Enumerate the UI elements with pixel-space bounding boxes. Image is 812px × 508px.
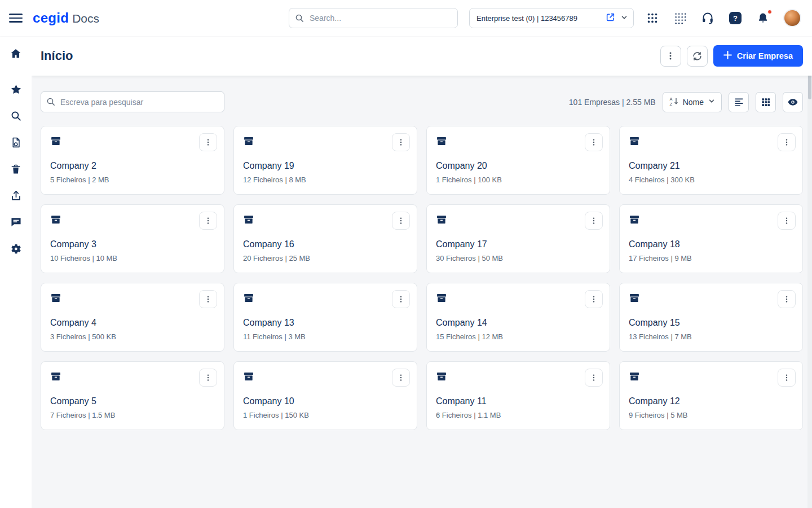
archive-box-icon	[629, 296, 640, 305]
company-name: Company 11	[436, 396, 601, 406]
card-menu-button[interactable]	[585, 133, 603, 151]
card-menu-button[interactable]	[778, 133, 796, 151]
company-card[interactable]: Company 3 10 Ficheiros | 10 MB	[41, 204, 224, 273]
card-menu-button[interactable]	[392, 369, 410, 387]
archive-box-icon	[50, 296, 61, 305]
notifications-bell-icon[interactable]	[755, 10, 771, 26]
tenant-label: Enterprise test (0) | 123456789	[476, 14, 600, 23]
chat-icon	[10, 216, 22, 230]
card-menu-button[interactable]	[778, 290, 796, 308]
company-card[interactable]: Company 12 9 Ficheiros | 5 MB	[619, 361, 803, 430]
card-menu-button[interactable]	[392, 212, 410, 230]
global-search-input[interactable]	[289, 8, 458, 28]
company-card[interactable]: Company 2 5 Ficheiros | 2 MB	[41, 126, 224, 195]
sidebar-item-settings[interactable]	[5, 238, 27, 261]
svg-text:A: A	[669, 97, 672, 102]
card-menu-button[interactable]	[392, 290, 410, 308]
company-file-meta: 11 Ficheiros | 3 MB	[243, 332, 408, 341]
company-card[interactable]: Company 20 1 Ficheiros | 100 KB	[426, 126, 610, 195]
apps-grid-icon[interactable]	[645, 10, 660, 26]
app-logo[interactable]: cegid Docs	[33, 10, 99, 26]
archive-box-icon	[243, 139, 254, 148]
archive-box-icon	[243, 296, 254, 305]
sidebar-item-messages[interactable]	[5, 212, 27, 234]
help-icon[interactable]: ?	[727, 10, 743, 26]
company-name: Company 17	[436, 239, 601, 249]
company-card[interactable]: Company 11 6 Ficheiros | 1.1 MB	[426, 361, 610, 430]
chevron-down-icon	[621, 13, 628, 23]
menu-icon[interactable]	[9, 11, 23, 25]
company-card[interactable]: Company 4 3 Ficheiros | 500 KB	[41, 283, 224, 352]
archive-box-icon	[436, 139, 447, 148]
sidebar-item-home[interactable]	[5, 43, 27, 65]
create-company-button[interactable]: Criar Empresa	[713, 45, 803, 67]
plus-icon	[723, 51, 732, 61]
search-icon	[10, 110, 22, 124]
company-card[interactable]: Company 13 11 Ficheiros | 3 MB	[233, 283, 417, 352]
company-name: Company 19	[243, 161, 408, 171]
company-card[interactable]: Company 14 15 Ficheiros | 12 MB	[426, 283, 610, 352]
chevron-down-icon	[708, 98, 715, 106]
company-file-meta: 13 Ficheiros | 7 MB	[629, 332, 793, 341]
card-menu-button[interactable]	[199, 212, 217, 230]
search-icon	[46, 97, 55, 108]
dot-grid-icon[interactable]	[672, 10, 688, 26]
company-file-meta: 10 Ficheiros | 10 MB	[50, 254, 215, 262]
sidebar-item-search[interactable]	[5, 106, 27, 128]
card-menu-button[interactable]	[585, 212, 603, 230]
list-toolbar: 101 Empresas | 2.55 MB AZ Nome	[41, 91, 803, 112]
archive-box-icon	[243, 374, 254, 384]
card-menu-button[interactable]	[585, 369, 603, 387]
list-view-button[interactable]	[729, 92, 749, 112]
preview-eye-button[interactable]	[783, 92, 803, 112]
archive-box-icon	[243, 217, 254, 227]
company-card[interactable]: Company 5 7 Ficheiros | 1.5 MB	[41, 361, 224, 430]
trash-icon	[10, 164, 21, 177]
support-headset-icon[interactable]	[700, 10, 716, 26]
gear-icon	[10, 243, 22, 257]
card-menu-button[interactable]	[585, 290, 603, 308]
company-card[interactable]: Company 10 1 Ficheiros | 150 KB	[233, 361, 417, 430]
tenant-selector[interactable]: Enterprise test (0) | 123456789	[469, 8, 634, 28]
sidebar-item-trash[interactable]	[5, 159, 27, 181]
sort-dropdown[interactable]: AZ Nome	[663, 92, 722, 112]
company-card[interactable]: Company 17 30 Ficheiros | 50 MB	[426, 204, 610, 273]
archive-box-icon	[629, 374, 640, 384]
external-link-icon[interactable]	[606, 12, 615, 24]
company-file-meta: 12 Ficheiros | 8 MB	[243, 176, 408, 184]
brand-name: cegid	[33, 10, 69, 26]
notification-badge	[767, 10, 772, 14]
card-menu-button[interactable]	[199, 290, 217, 308]
sidebar	[0, 36, 32, 508]
grid-view-button[interactable]	[756, 92, 776, 112]
company-card[interactable]: Company 19 12 Ficheiros | 8 MB	[233, 126, 417, 195]
company-name: Company 15	[629, 318, 793, 328]
filter-companies-input[interactable]	[41, 91, 224, 112]
card-menu-button[interactable]	[778, 212, 796, 230]
refresh-button[interactable]	[687, 46, 708, 67]
card-menu-button[interactable]	[778, 369, 796, 387]
company-card[interactable]: Company 21 4 Ficheiros | 300 KB	[619, 126, 803, 195]
sidebar-item-upload[interactable]	[5, 185, 27, 208]
card-menu-button[interactable]	[392, 133, 410, 151]
help-glyph: ?	[729, 12, 742, 24]
sidebar-item-favorites[interactable]	[5, 79, 27, 102]
sort-label: Nome	[683, 98, 704, 107]
sidebar-item-pending-documents[interactable]	[5, 132, 27, 155]
search-icon	[295, 14, 304, 25]
company-card[interactable]: Company 18 17 Ficheiros | 9 MB	[619, 204, 803, 273]
page-menu-button[interactable]	[660, 46, 681, 67]
archive-box-icon	[436, 217, 447, 227]
company-card[interactable]: Company 15 13 Ficheiros | 7 MB	[619, 283, 803, 352]
company-name: Company 4	[50, 318, 215, 328]
company-name: Company 20	[436, 161, 601, 171]
company-name: Company 13	[243, 318, 408, 328]
company-card[interactable]: Company 16 20 Ficheiros | 25 MB	[233, 204, 417, 273]
archive-box-icon	[50, 374, 61, 384]
create-company-label: Criar Empresa	[737, 51, 793, 60]
avatar[interactable]	[783, 8, 802, 28]
archive-box-icon	[629, 217, 640, 227]
main-area: Início Criar Empresa 101 Empresa	[32, 36, 812, 508]
card-menu-button[interactable]	[199, 369, 217, 387]
card-menu-button[interactable]	[199, 133, 217, 151]
